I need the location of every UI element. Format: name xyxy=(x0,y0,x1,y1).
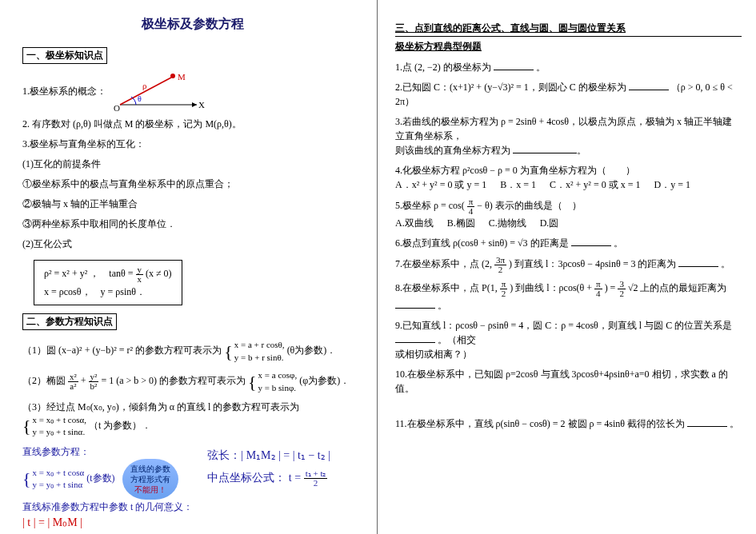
q5: 5.极坐标 ρ = cos( π4 − θ) 表示的曲线是（ ） A.双曲线 B… xyxy=(395,197,742,230)
q8-frac2: π4 xyxy=(594,280,602,298)
q8e: 。 xyxy=(438,300,447,311)
q7b: ) 到直线 l：3ρcosθ − 4ρsinθ = 3 的距离为 xyxy=(509,258,676,269)
tan-frac: yx xyxy=(136,265,144,284)
c1a: ①极坐标系中的极点与直角坐标系中的原点重合； xyxy=(22,177,362,191)
param-circle: （1）圆 (x−a)² + (y−b)² = r² 的参数方程可表示为 { x … xyxy=(22,339,362,364)
q5B[interactable]: B.椭圆 xyxy=(447,217,475,229)
q8d: √2 上的点的最短距离为 xyxy=(628,282,727,293)
fbox-row1: ρ² = x² + y² ， tanθ = yx (x ≠ 0) xyxy=(44,265,172,284)
q6: 6.极点到直线 ρ(cosθ + sinθ) = √3 的距离是 。 xyxy=(395,236,742,250)
q9-blank[interactable] xyxy=(395,334,435,343)
label-X: X xyxy=(198,100,205,110)
pm2eq2: y = b sinφ. xyxy=(258,382,298,394)
q4B[interactable]: B．x = 1 xyxy=(500,179,536,190)
fbox2a: x = ρcosθ， xyxy=(44,286,91,297)
pm2eq1: x = a cosφ, xyxy=(258,369,298,381)
ps-eq2: y = y₀ + t sinα xyxy=(33,479,85,491)
subhead: 极坐标方程典型例题 xyxy=(395,40,742,54)
svg-marker-1 xyxy=(192,102,197,107)
label-M: M xyxy=(178,73,186,82)
q1a: 1.点 (2, −2) 的极坐标为 xyxy=(395,62,491,73)
q4: 4.化极坐标方程 ρ²cosθ − ρ = 0 为直角坐标方程为（ ） A．x²… xyxy=(395,163,742,192)
right-side-formulas: 弦长：| M₁M₂ | = | t₁ − t₂ | 中点坐标公式： t = t₁… xyxy=(207,444,330,489)
q5-frac: π4 xyxy=(467,197,475,216)
q7-blank[interactable] xyxy=(678,258,718,267)
q8-frac3: 32 xyxy=(618,280,626,298)
q7: 7.在极坐标系中，点 (2, 3π2 ) 到直线 l：3ρcosθ − 4ρsi… xyxy=(395,256,742,274)
q4C[interactable]: C．x² + y² = 0 或 x = 1 xyxy=(550,179,641,190)
pm3eq1: x = x₀ + t cosα, xyxy=(33,414,86,426)
c1: (1)互化的前提条件 xyxy=(22,157,362,171)
q4-options: A．x² + y² = 0 或 y = 1 B．x = 1 C．x² + y² … xyxy=(395,177,742,192)
q11a: 11.在极坐标系中，直线 ρ(sinθ − cosθ) = 2 被圆 ρ = 4… xyxy=(395,418,685,429)
q4D[interactable]: D．y = 1 xyxy=(654,179,690,190)
bubble2: 方程形式有 xyxy=(130,475,170,484)
ps-head: 直线参数方程： xyxy=(22,444,193,459)
label-theta: θ xyxy=(138,94,142,103)
circle-param-eq: { x = a + r cosθ, y = b + r sinθ. xyxy=(224,339,284,364)
left-column: 极坐标及参数方程 一、极坐标知识点 1.极坐标系的概念： M O ρ θ X xyxy=(0,0,378,534)
q3b: 则该曲线的直角坐标方程为 xyxy=(395,145,510,156)
pm2a: （2）椭圆 xyxy=(22,375,68,386)
ps-t: | t | = | M₀M | xyxy=(22,514,193,531)
p2: 2. 有序数对 (ρ,θ) 叫做点 M 的极坐标，记为 M(ρ,θ)。 xyxy=(22,117,362,131)
pm1a: （1）圆 (x−a)² + (y−b)² = r² 的参数方程可表示为 xyxy=(22,345,222,357)
q9: 9.已知直线 l：ρcosθ − ρsinθ = 4，圆 C：ρ = 4cosθ… xyxy=(395,318,742,361)
page-root: 极坐标及参数方程 一、极坐标知识点 1.极坐标系的概念： M O ρ θ X xyxy=(0,0,756,534)
q4A[interactable]: A．x² + y² = 0 或 y = 1 xyxy=(395,179,486,190)
label-O: O xyxy=(114,103,120,111)
concept-line: 1.极坐标系的概念： M O ρ θ X xyxy=(22,73,362,111)
pm2mid: = 1 (a > b > 0) 的参数方程可表示为 xyxy=(101,375,246,386)
q7c: 。 xyxy=(721,258,730,269)
label-rho: ρ xyxy=(142,81,147,90)
pm1tail: (θ为参数)． xyxy=(287,345,337,357)
q2a: 2.已知圆 C：(x+1)² + (y−√3)² = 1，则圆心 C 的极坐标为 xyxy=(395,82,626,93)
q1-blank[interactable] xyxy=(494,62,534,70)
q5mid: − θ) 表示的曲线是（ ） xyxy=(477,200,582,211)
q1: 1.点 (2, −2) 的极坐标为 。 xyxy=(395,60,742,74)
fbox1b: (x ≠ 0) xyxy=(146,268,172,279)
q2-blank[interactable] xyxy=(629,82,669,90)
supplement-block: 直线参数方程： { x = x₀ + t cosα y = y₀ + t sin… xyxy=(22,444,362,531)
bubble-callout: 直线的参数 方程形式有 不能用！ xyxy=(122,459,178,500)
ellipse-frac-y: y²b² xyxy=(89,373,99,391)
right-column: 三、点到直线的距离公式、直线与圆、圆与圆位置关系 极坐标方程典型例题 1.点 (… xyxy=(378,0,756,534)
rs2: 中点坐标公式： t = t₁ + t₂2 xyxy=(207,467,330,489)
q5A[interactable]: A.双曲线 xyxy=(395,217,434,229)
q8-blank[interactable] xyxy=(395,300,435,309)
p1-text: 1.极坐标系的概念： xyxy=(22,86,106,97)
midpoint-frac: t₁ + t₂2 xyxy=(304,469,328,488)
q3-blank[interactable] xyxy=(513,145,577,153)
ps-eq: { x = x₀ + t cosα y = y₀ + t sinα xyxy=(22,467,84,492)
fbox-row2: x = ρcosθ， y = ρsinθ． xyxy=(44,284,172,300)
fbox2b: y = ρsinθ． xyxy=(101,286,146,297)
q1b: 。 xyxy=(536,62,546,73)
q5C[interactable]: C.抛物线 xyxy=(489,217,526,229)
c1c: ③两种坐标系中取相同的长度单位． xyxy=(22,217,362,231)
q7-frac: 3π2 xyxy=(494,256,506,274)
conversion-formula-box: ρ² = x² + y² ， tanθ = yx (x ≠ 0) x = ρco… xyxy=(34,260,182,305)
pm1eq2: y = b + r sinθ. xyxy=(234,352,285,364)
q5-options: A.双曲线 B.椭圆 C.抛物线 D.圆 xyxy=(395,216,742,230)
pm3a: （3）经过点 M₀(x₀, y₀)，倾斜角为 α 的直线 l 的参数方程可表示为 xyxy=(22,401,299,412)
param-line: （3）经过点 M₀(x₀, y₀)，倾斜角为 α 的直线 l 的参数方程可表示为… xyxy=(22,400,362,439)
bubble3: 不能用！ xyxy=(134,485,166,494)
rs2b: t = xyxy=(289,472,304,484)
q8: 8.在极坐标系中，点 P(1, π2 ) 到曲线 l：ρcos(θ + π4 )… xyxy=(395,280,742,313)
q8a: 8.在极坐标系中，点 P(1, xyxy=(395,282,500,293)
q5D[interactable]: D.圆 xyxy=(540,217,559,229)
q6a: 6.极点到直线 ρ(cosθ + sinθ) = √3 的距离是 xyxy=(395,237,569,249)
svg-point-3 xyxy=(170,74,175,78)
pm1eq1: x = a + r cosθ, xyxy=(234,339,285,351)
doc-title: 极坐标及参数方程 xyxy=(22,16,362,33)
q8-frac1: π2 xyxy=(500,280,508,298)
q9b: 。（相交 xyxy=(438,334,476,345)
param-ellipse: （2）椭圆 x²a² + y²b² = 1 (a > b > 0) 的参数方程可… xyxy=(22,369,362,394)
ps-note: (t参数) xyxy=(86,472,114,484)
pm3tail: （t 为参数）． xyxy=(89,420,151,431)
q6-blank[interactable] xyxy=(571,237,611,246)
q11-blank[interactable] xyxy=(687,418,727,427)
q6b: 。 xyxy=(614,237,623,249)
q8b: ) 到曲线 l：ρcos(θ + xyxy=(510,282,594,293)
p3: 3.极坐标与直角坐标的互化： xyxy=(22,137,362,151)
